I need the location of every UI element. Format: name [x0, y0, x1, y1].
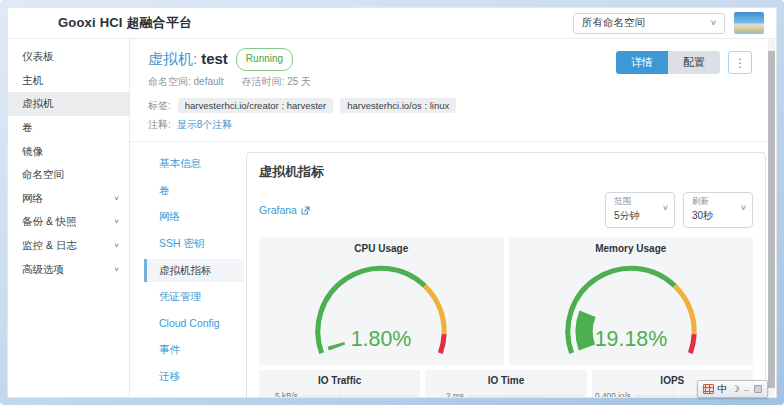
vertical-scrollbar[interactable]: [768, 39, 775, 396]
chevron-down-icon: ˅: [114, 195, 119, 203]
moon-icon[interactable]: ☽: [732, 385, 740, 394]
refresh-label: 刷新: [692, 196, 732, 208]
io-traffic-title: IO Traffic: [259, 375, 420, 386]
sidebar: 仪表板主机虚拟机卷镜像命名空间网络˅备份 & 快照˅监控 & 日志˅高级选项˅: [8, 39, 130, 397]
config-button[interactable]: 配置: [668, 51, 720, 74]
sidebar-item[interactable]: 监控 & 日志˅: [8, 234, 129, 258]
svg-text:1.80%: 1.80%: [351, 327, 412, 351]
sidebar-item-label: 监控 & 日志: [22, 239, 77, 253]
view-mode-buttons: 详情 配置: [616, 51, 720, 74]
labels-label: 标签:: [148, 99, 171, 113]
chevron-down-icon: ˅: [663, 204, 668, 213]
memory-usage-title: Memory Usage: [509, 243, 754, 254]
range-select[interactable]: 范围 5分钟 ˅: [605, 192, 675, 228]
sidebar-item-label: 仪表板: [22, 50, 54, 64]
sidebar-item[interactable]: 镜像: [8, 140, 129, 164]
chevron-down-icon: ˅: [114, 242, 119, 250]
sidebar-item[interactable]: 仪表板: [8, 45, 129, 69]
sidebar-item-label: 备份 & 快照: [22, 215, 77, 229]
sidebar-item-label: 高级选项: [22, 263, 64, 277]
scrollbar-thumb[interactable]: [768, 51, 775, 388]
main-content: 虚拟机:testRunning 命名空间: default 存活时间: 25 天…: [130, 39, 776, 397]
annotations-row: 注释: 显示8个注释: [130, 113, 776, 132]
detail-button[interactable]: 详情: [616, 51, 668, 74]
sidebar-item[interactable]: 卷: [8, 116, 129, 140]
cpu-usage-gauge: CPU Usage1.80%: [259, 237, 504, 365]
svg-text:0.400 io/s: 0.400 io/s: [595, 391, 631, 397]
metrics-selects: 范围 5分钟 ˅ 刷新 30秒 ˅: [605, 192, 753, 228]
subnav-item[interactable]: SSH 密钥: [144, 232, 244, 256]
app-window: Gooxi HCI 超融合平台 所有命名空间 ˅ 仪表板主机虚拟机卷镜像命名空间…: [7, 7, 777, 398]
label-chip: harvesterhci.io/creator : harvester: [178, 98, 334, 113]
page-title: 虚拟机:testRunning: [148, 48, 311, 71]
status-badge: Running: [236, 48, 293, 71]
subnav-item[interactable]: 虚拟机指标: [144, 259, 244, 283]
subnav-item[interactable]: 迁移: [144, 365, 244, 389]
vm-header: 虚拟机:testRunning 命名空间: default 存活时间: 25 天…: [130, 39, 776, 89]
memory-usage-gauge: Memory Usage19.18%: [509, 237, 754, 365]
external-link-icon: [301, 206, 310, 215]
sidebar-item-label: 卷: [22, 121, 33, 135]
resource-type-link[interactable]: 虚拟机:: [148, 50, 197, 67]
chevron-down-icon: ˅: [114, 266, 119, 274]
chevron-down-icon: ˅: [711, 19, 716, 28]
sidebar-item[interactable]: 主机: [8, 69, 129, 93]
keyboard-icon[interactable]: [703, 384, 714, 394]
sidebar-item-label: 虚拟机: [22, 97, 54, 111]
sidebar-item[interactable]: 命名空间: [8, 163, 129, 187]
labels-row: 标签: harvesterhci.io/creator : harvesterh…: [130, 89, 776, 113]
metrics-title: 虚拟机指标: [259, 163, 753, 181]
svg-text:19.18%: 19.18%: [594, 327, 667, 351]
refresh-value: 30秒: [692, 209, 732, 223]
chevron-down-icon: ˅: [741, 204, 746, 213]
refresh-select[interactable]: 刷新 30秒 ˅: [683, 192, 753, 228]
ime-mode-indicator[interactable]: 中: [718, 384, 728, 394]
sidebar-item[interactable]: 高级选项˅: [8, 258, 129, 282]
chart-row: IO Traffic5 kB/s4 kB/s3 kB/sIO Time2 ms1…: [259, 370, 753, 397]
show-annotations-link[interactable]: 显示8个注释: [177, 118, 233, 132]
metrics-controls: Grafana 范围 5分钟 ˅: [259, 192, 753, 228]
vm-meta: 命名空间: default 存活时间: 25 天: [148, 75, 311, 89]
charts-area: CPU Usage1.80%Memory Usage19.18% IO Traf…: [259, 237, 753, 397]
more-actions-button[interactable]: ⋮: [728, 51, 752, 74]
subnav-item[interactable]: 凭证管理: [144, 285, 244, 309]
subnav-item[interactable]: 网络: [144, 205, 244, 229]
sidebar-item[interactable]: 虚拟机: [8, 92, 129, 116]
grafana-link[interactable]: Grafana: [259, 204, 310, 216]
grafana-link-label: Grafana: [259, 204, 297, 216]
svg-text:2 ms: 2 ms: [446, 391, 464, 397]
sidebar-item-label: 主机: [22, 74, 43, 88]
subnav-item[interactable]: 事件: [144, 338, 244, 362]
namespace-filter-value: 所有命名空间: [582, 16, 645, 30]
subnav-item[interactable]: Cloud Config: [144, 312, 244, 336]
app-title: Gooxi HCI 超融合平台: [58, 14, 192, 32]
user-avatar[interactable]: [734, 12, 764, 34]
ime-language-bar[interactable]: 中 ☽ ‥: [697, 380, 768, 398]
metrics-card: 虚拟机指标 Grafana 范围 5分钟: [246, 152, 766, 397]
annotations-label: 注释:: [148, 118, 171, 132]
sidebar-item[interactable]: 网络˅: [8, 187, 129, 211]
sidebar-item[interactable]: 备份 & 快照˅: [8, 210, 129, 234]
window-frame: Gooxi HCI 超融合平台 所有命名空间 ˅ 仪表板主机虚拟机卷镜像命名空间…: [0, 0, 784, 405]
vm-age: 存活时间: 25 天: [242, 75, 311, 89]
header-actions: 详情 配置 ⋮: [616, 48, 752, 89]
range-value: 5分钟: [614, 209, 654, 223]
sidebar-item-label: 网络: [22, 192, 43, 206]
io-time-chart: IO Time2 ms1.50 ms1 ms: [425, 370, 586, 397]
range-label: 范围: [614, 196, 654, 208]
io-time-title: IO Time: [425, 375, 586, 386]
svg-text:5 kB/s: 5 kB/s: [275, 391, 298, 397]
vm-namespace: 命名空间: default: [148, 75, 224, 89]
ime-options-icon[interactable]: [754, 385, 762, 393]
sidebar-item-label: 命名空间: [22, 168, 64, 182]
label-chip: harvesterhci.io/os : linux: [340, 98, 456, 113]
gauge-row: CPU Usage1.80%Memory Usage19.18%: [259, 237, 753, 365]
subnav-item[interactable]: 基本信息: [144, 152, 244, 176]
cpu-usage-title: CPU Usage: [259, 243, 504, 254]
more-vertical-icon: ⋮: [734, 56, 746, 70]
subnav-item[interactable]: 卷: [144, 179, 244, 203]
ime-dots-icon[interactable]: ‥: [744, 385, 750, 393]
detail-subnav: 基本信息卷网络SSH 密钥虚拟机指标凭证管理Cloud Config事件迁移: [144, 150, 244, 397]
detail-content: 基本信息卷网络SSH 密钥虚拟机指标凭证管理Cloud Config事件迁移 虚…: [130, 142, 776, 397]
namespace-filter-select[interactable]: 所有命名空间 ˅: [573, 13, 725, 34]
